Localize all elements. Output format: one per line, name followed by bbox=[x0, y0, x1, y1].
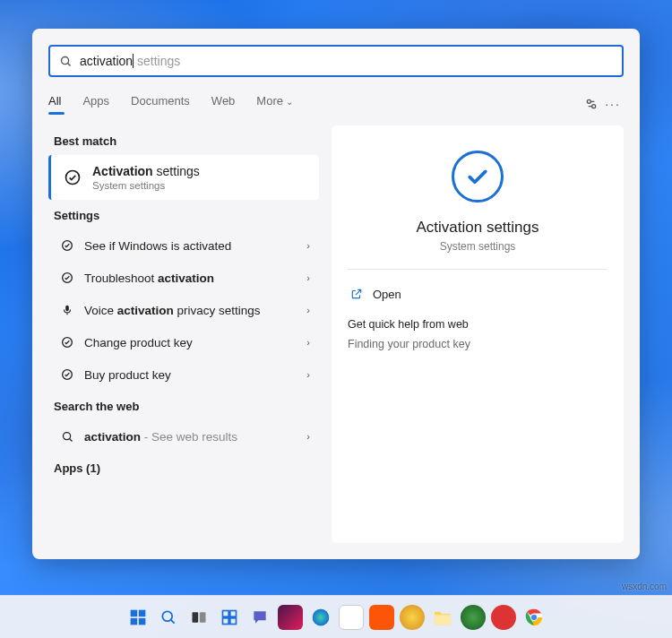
checkmark-circle-icon bbox=[62, 167, 83, 188]
checkmark-circle-large-icon bbox=[452, 151, 504, 203]
microphone-icon bbox=[57, 304, 77, 316]
search-input[interactable]: activation settings bbox=[48, 45, 624, 77]
settings-row-label: Buy product key bbox=[84, 368, 306, 382]
taskbar-search-icon[interactable] bbox=[156, 605, 181, 630]
svg-rect-15 bbox=[131, 617, 138, 625]
tab-documents[interactable]: Documents bbox=[131, 94, 190, 115]
results-list: Best match Activation settings System se… bbox=[48, 125, 319, 543]
checkmark-circle-icon bbox=[57, 271, 77, 285]
svg-rect-13 bbox=[131, 609, 138, 616]
search-options-icon[interactable] bbox=[581, 97, 602, 111]
checkmark-circle-icon bbox=[57, 238, 77, 253]
preview-pane: Activation settings System settings Open… bbox=[332, 125, 624, 543]
open-action[interactable]: Open bbox=[348, 279, 607, 309]
preview-subtitle: System settings bbox=[440, 240, 516, 253]
settings-row[interactable]: Troubleshoot activation› bbox=[48, 262, 319, 294]
tab-apps[interactable]: Apps bbox=[82, 94, 109, 115]
checkmark-circle-icon bbox=[57, 367, 77, 382]
svg-point-11 bbox=[63, 432, 70, 439]
widgets-icon[interactable] bbox=[217, 605, 242, 630]
chrome-icon[interactable] bbox=[521, 605, 547, 630]
section-settings: Settings bbox=[54, 209, 314, 222]
edge-icon[interactable] bbox=[308, 605, 333, 630]
svg-point-2 bbox=[587, 99, 590, 103]
svg-point-3 bbox=[592, 105, 596, 108]
more-options-icon[interactable]: ··· bbox=[602, 97, 624, 111]
tab-more[interactable]: More⌄ bbox=[256, 94, 293, 115]
svg-rect-22 bbox=[230, 610, 237, 616]
taskbar bbox=[0, 595, 672, 638]
svg-rect-19 bbox=[193, 612, 199, 623]
quick-help-header: Get quick help from web bbox=[348, 318, 607, 331]
svg-rect-14 bbox=[139, 609, 146, 616]
svg-point-17 bbox=[162, 611, 172, 621]
chevron-right-icon: › bbox=[306, 369, 310, 380]
tab-web[interactable]: Web bbox=[211, 94, 236, 115]
app-icon-3[interactable] bbox=[369, 605, 394, 630]
settings-row-label: Voice activation privacy settings bbox=[84, 304, 306, 317]
checkmark-circle-icon bbox=[57, 335, 77, 349]
app-icon-1[interactable] bbox=[278, 605, 303, 630]
tab-all[interactable]: All bbox=[48, 94, 61, 115]
svg-line-12 bbox=[69, 438, 72, 441]
best-match-item[interactable]: Activation settings System settings bbox=[48, 155, 319, 200]
search-typed-text: activation settings bbox=[80, 54, 180, 68]
best-match-subtitle: System settings bbox=[92, 180, 200, 191]
app-icon-2[interactable] bbox=[339, 605, 364, 630]
app-icon-5[interactable] bbox=[461, 605, 486, 630]
chat-icon[interactable] bbox=[247, 605, 272, 630]
preview-title: Activation settings bbox=[416, 219, 538, 237]
web-result-row[interactable]: activation - See web results › bbox=[48, 420, 319, 453]
settings-row[interactable]: Voice activation privacy settings› bbox=[48, 294, 319, 326]
svg-rect-23 bbox=[223, 617, 229, 624]
settings-row-label: Change product key bbox=[84, 336, 306, 349]
settings-row-label: Troubleshoot activation bbox=[84, 272, 306, 285]
svg-line-1 bbox=[68, 63, 71, 65]
svg-point-0 bbox=[62, 56, 69, 64]
section-best-match: Best match bbox=[54, 134, 314, 148]
external-link-icon bbox=[348, 288, 366, 300]
search-icon bbox=[57, 430, 77, 444]
svg-rect-20 bbox=[200, 612, 206, 623]
settings-row-label: See if Windows is activated bbox=[84, 239, 306, 253]
search-icon bbox=[59, 55, 73, 68]
chevron-right-icon: › bbox=[306, 272, 310, 283]
app-icon-6[interactable] bbox=[491, 605, 516, 630]
chevron-right-icon: › bbox=[306, 240, 310, 251]
best-match-title: Activation settings bbox=[92, 164, 200, 178]
task-view-icon[interactable] bbox=[186, 605, 211, 630]
svg-rect-27 bbox=[435, 615, 451, 625]
app-icon-4[interactable] bbox=[400, 605, 425, 630]
file-explorer-icon[interactable] bbox=[430, 605, 455, 630]
start-button[interactable] bbox=[125, 605, 151, 630]
section-apps[interactable]: Apps (1) bbox=[54, 461, 314, 475]
svg-point-4 bbox=[66, 171, 80, 185]
section-search-web: Search the web bbox=[54, 400, 314, 413]
help-link-product-key[interactable]: Finding your product key bbox=[348, 338, 607, 350]
chevron-right-icon: › bbox=[306, 337, 310, 348]
svg-rect-7 bbox=[65, 306, 69, 311]
svg-point-26 bbox=[313, 608, 329, 625]
settings-row[interactable]: See if Windows is activated› bbox=[48, 229, 319, 262]
svg-rect-24 bbox=[230, 617, 237, 624]
svg-rect-21 bbox=[223, 610, 229, 616]
svg-rect-16 bbox=[139, 617, 146, 625]
search-panel: activation settings All Apps Documents W… bbox=[32, 29, 640, 559]
settings-row[interactable]: Buy product key› bbox=[48, 358, 319, 391]
chevron-right-icon: › bbox=[306, 305, 310, 315]
web-result-label: activation - See web results bbox=[84, 430, 306, 444]
filter-tabs: All Apps Documents Web More⌄ ··· bbox=[48, 90, 624, 118]
settings-row[interactable]: Change product key› bbox=[48, 326, 319, 358]
chevron-right-icon: › bbox=[306, 431, 310, 442]
watermark: wsxdn.com bbox=[622, 582, 667, 591]
svg-line-18 bbox=[171, 619, 175, 623]
